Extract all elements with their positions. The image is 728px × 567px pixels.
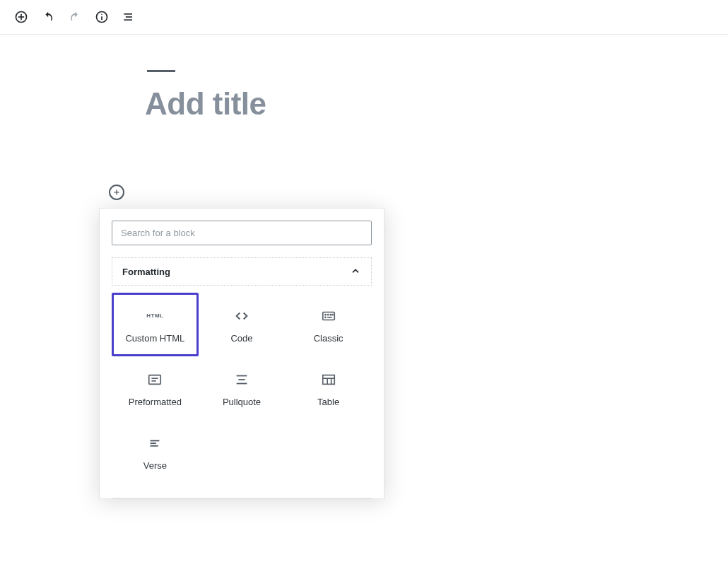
block-verse[interactable]: Verse xyxy=(112,420,199,484)
verse-icon xyxy=(147,436,163,451)
block-label: Custom HTML xyxy=(125,333,184,344)
info-button[interactable] xyxy=(95,10,109,24)
svg-rect-11 xyxy=(322,312,334,320)
block-label: Table xyxy=(317,397,339,407)
preformatted-icon xyxy=(147,372,163,387)
block-label: Code xyxy=(230,333,252,344)
search-wrap xyxy=(100,209,384,257)
block-classic[interactable]: Classic xyxy=(285,293,372,356)
html-icon: HTML xyxy=(146,312,163,319)
info-icon xyxy=(95,10,109,24)
block-preformatted[interactable]: Preformatted xyxy=(112,356,199,420)
svg-point-15 xyxy=(332,314,333,315)
table-icon xyxy=(321,372,336,387)
block-search-input[interactable] xyxy=(112,221,372,245)
svg-rect-18 xyxy=(149,375,161,384)
undo-button[interactable] xyxy=(41,10,55,24)
svg-point-5 xyxy=(101,13,102,15)
title-dash xyxy=(147,70,175,72)
category-formatting[interactable]: Formatting xyxy=(112,257,372,286)
svg-point-13 xyxy=(327,314,328,315)
plus-circle-icon xyxy=(14,10,28,24)
svg-point-12 xyxy=(325,314,326,315)
editor-content: Add title xyxy=(0,35,728,122)
svg-point-16 xyxy=(325,317,326,317)
blocks-grid: HTML Custom HTML Code Classic Preformatt… xyxy=(100,286,384,498)
block-label: Classic xyxy=(314,333,344,344)
block-label: Preformatted xyxy=(129,397,182,407)
divider xyxy=(112,498,372,498)
list-icon xyxy=(122,10,136,24)
block-label: Pullquote xyxy=(223,397,261,407)
title-area[interactable]: Add title xyxy=(145,70,728,122)
block-label: Verse xyxy=(143,460,167,471)
undo-icon xyxy=(41,10,55,24)
keyboard-icon xyxy=(321,308,336,324)
svg-rect-24 xyxy=(322,375,334,384)
block-pullquote[interactable]: Pullquote xyxy=(199,356,286,420)
block-table[interactable]: Table xyxy=(285,356,372,420)
redo-icon xyxy=(68,10,82,24)
plus-icon xyxy=(112,188,121,197)
code-icon xyxy=(234,308,249,324)
chevron-up-icon xyxy=(350,266,361,277)
svg-point-14 xyxy=(330,314,331,315)
top-toolbar xyxy=(0,0,728,35)
pullquote-icon xyxy=(234,372,249,387)
inserter-toggle[interactable] xyxy=(109,185,124,200)
category-label: Formatting xyxy=(122,267,170,277)
block-code[interactable]: Code xyxy=(199,293,286,356)
redo-button[interactable] xyxy=(68,10,82,24)
add-block-button[interactable] xyxy=(14,10,28,24)
block-custom-html[interactable]: HTML Custom HTML xyxy=(112,293,199,356)
block-inserter-popover: Formatting HTML Custom HTML Code Classic… xyxy=(99,208,384,499)
outline-button[interactable] xyxy=(122,10,136,24)
title-input-placeholder[interactable]: Add title xyxy=(145,86,728,122)
